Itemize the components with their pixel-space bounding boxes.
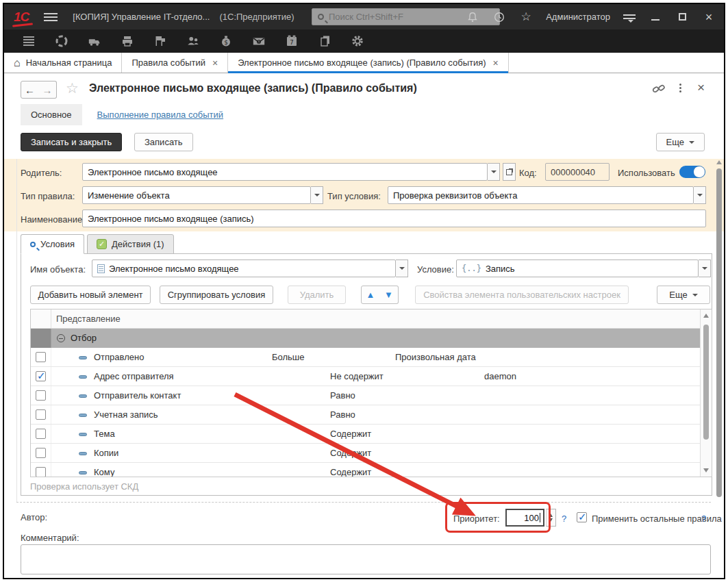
- scroll-down-icon[interactable]: [703, 468, 709, 472]
- delete-button[interactable]: Удалить: [288, 286, 346, 304]
- row-checkbox[interactable]: [36, 467, 46, 477]
- sections-toolbar: $ 7: [4, 29, 724, 53]
- spinner-up-icon[interactable]: [549, 514, 553, 517]
- parent-field[interactable]: Электронное письмо входящее: [82, 163, 488, 181]
- table-row[interactable]: ОтправленоБольшеПроизвольная дата: [31, 348, 712, 367]
- add-element-button[interactable]: Добавить новый элемент: [30, 286, 151, 304]
- maximize-icon[interactable]: [675, 10, 689, 24]
- table-row[interactable]: КомуСодержит: [31, 463, 712, 477]
- row-checkbox[interactable]: [36, 409, 46, 420]
- get-link-icon[interactable]: [652, 83, 666, 98]
- row-checkbox[interactable]: [36, 390, 46, 401]
- tab-label: Условия: [40, 239, 75, 249]
- favorites-star-icon[interactable]: ☆: [519, 10, 533, 24]
- nav-main[interactable]: Основное: [21, 104, 82, 125]
- add-favorite-star-icon[interactable]: ☆: [66, 80, 79, 97]
- tab-event-rules[interactable]: Правила событий ×: [122, 53, 228, 73]
- tab-conditions[interactable]: Условия: [21, 234, 84, 254]
- toggle-knob: [694, 166, 705, 177]
- close-document-icon[interactable]: ×: [697, 80, 705, 95]
- move-up-button[interactable]: ▲: [361, 286, 380, 304]
- more-actions-icon[interactable]: [679, 82, 682, 94]
- table-scrollbar[interactable]: [700, 309, 712, 477]
- condition-field[interactable]: {..} Запись: [456, 260, 699, 277]
- tab-home[interactable]: ⌂ Начальная страница: [4, 53, 122, 73]
- notifications-bell-icon[interactable]: [466, 10, 479, 24]
- save-button[interactable]: Записать: [134, 133, 193, 151]
- tab-close-icon[interactable]: ×: [493, 58, 499, 68]
- filter-group-row[interactable]: Отбор: [31, 329, 712, 348]
- form-scrollbar[interactable]: [715, 159, 723, 502]
- comment-input[interactable]: [21, 544, 711, 574]
- move-down-button[interactable]: ▼: [379, 286, 399, 304]
- calendar-icon[interactable]: 7: [285, 34, 299, 48]
- scroll-up-icon[interactable]: [703, 314, 709, 318]
- tab-event-rule-record[interactable]: Электронное письмо входящее (запись) (Пр…: [228, 53, 509, 73]
- priority-spinner[interactable]: [546, 509, 556, 527]
- row-checkbox[interactable]: [36, 371, 46, 381]
- minimize-icon[interactable]: [649, 10, 662, 24]
- sections-menu-icon[interactable]: [22, 34, 36, 48]
- condition-type-field[interactable]: Проверка реквизитов объекта: [388, 186, 694, 204]
- close-window-icon[interactable]: ×: [702, 10, 716, 24]
- settings-gear-icon[interactable]: [351, 34, 364, 48]
- group-conditions-button[interactable]: Сгруппировать условия: [160, 286, 273, 304]
- table-row[interactable]: ТемаСодержит: [31, 425, 712, 444]
- parent-dropdown-button[interactable]: [488, 163, 500, 181]
- object-name-field[interactable]: Электронное письмо входящее: [92, 260, 396, 277]
- priority-help-link[interactable]: ?: [562, 514, 566, 524]
- flags-icon[interactable]: [153, 34, 167, 48]
- tab-close-icon[interactable]: ×: [212, 58, 218, 68]
- object-name-dropdown-button[interactable]: [396, 260, 408, 277]
- service-menu-icon[interactable]: [623, 12, 636, 22]
- back-button[interactable]: ←: [21, 81, 39, 99]
- use-toggle[interactable]: [679, 166, 705, 178]
- filter-item-icon: [79, 433, 87, 436]
- save-and-close-button[interactable]: Записать и закрыть: [21, 133, 122, 151]
- table-row[interactable]: Учетная записьРавно: [31, 405, 712, 425]
- printer-icon[interactable]: [121, 34, 134, 48]
- main-menu-icon[interactable]: [44, 11, 58, 23]
- condition-comparison: Не содержит: [330, 371, 384, 381]
- condition-type-label: Тип условия:: [327, 191, 381, 201]
- row-checkbox[interactable]: [36, 448, 46, 458]
- tab-actions[interactable]: ✓ Действия (1): [87, 234, 173, 254]
- table-row[interactable]: КопииСодержит: [31, 444, 712, 463]
- nav-rule-execution-link[interactable]: Выполнение правила событий: [97, 110, 224, 120]
- table-more-button[interactable]: Еще: [657, 286, 710, 304]
- scroll-up-icon[interactable]: [716, 160, 722, 164]
- scrollbar-thumb[interactable]: [716, 168, 722, 497]
- condition-comparison: Содержит: [330, 448, 371, 458]
- parent-open-button[interactable]: [503, 163, 516, 181]
- rule-type-dropdown-button[interactable]: [311, 186, 323, 204]
- 1c-logo: 1С: [14, 10, 29, 25]
- apply-rest-help-link[interactable]: ?: [701, 514, 706, 524]
- collapse-icon[interactable]: [57, 334, 65, 342]
- spinner-down-icon[interactable]: [549, 518, 553, 522]
- row-checkbox[interactable]: [36, 429, 46, 439]
- user-settings-properties-button[interactable]: Свойства элемента пользовательских настр…: [415, 286, 629, 304]
- use-label: Использовать: [618, 168, 675, 178]
- tab-label: Правила событий: [131, 58, 205, 68]
- money-icon[interactable]: $: [219, 34, 233, 48]
- scrollbar-thumb[interactable]: [703, 325, 709, 440]
- name-field[interactable]: Электронное письмо входящее (запись): [82, 210, 706, 227]
- mail-icon[interactable]: [252, 34, 266, 48]
- table-row[interactable]: Отправитель контактРавно: [31, 386, 712, 405]
- filter-item-icon: [79, 471, 87, 475]
- delivery-truck-icon[interactable]: [88, 34, 101, 48]
- more-button[interactable]: Еще: [656, 133, 705, 151]
- monitor-icon[interactable]: [55, 34, 68, 48]
- row-checkbox[interactable]: [36, 352, 46, 362]
- condition-type-dropdown-button[interactable]: [694, 186, 706, 204]
- forward-button[interactable]: →: [38, 81, 57, 99]
- contacts-icon[interactable]: [186, 34, 200, 48]
- rule-type-field[interactable]: Изменение объекта: [82, 186, 311, 204]
- copy-documents-icon[interactable]: [318, 34, 331, 48]
- condition-dropdown-button[interactable]: [699, 260, 711, 277]
- priority-input[interactable]: 100: [505, 509, 544, 527]
- history-icon[interactable]: [492, 10, 506, 24]
- table-row[interactable]: Адрес отправителяНе содержитdaemon: [31, 367, 712, 386]
- current-user[interactable]: Администратор: [546, 12, 610, 22]
- apply-rest-checkbox[interactable]: [577, 512, 587, 522]
